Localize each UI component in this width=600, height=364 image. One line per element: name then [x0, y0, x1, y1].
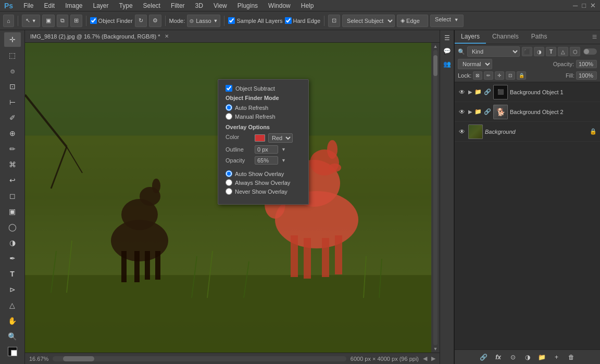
hard-edge-check[interactable]: Hard Edge: [285, 17, 321, 24]
tool-eyedropper[interactable]: ✐: [4, 110, 21, 125]
mode-select[interactable]: ⌾ Lasso ▼: [187, 15, 220, 27]
tool-hand[interactable]: ✋: [4, 313, 21, 328]
filter-adjust-btn[interactable]: ◑: [534, 47, 544, 56]
select-subject-select[interactable]: Select Subject: [342, 15, 395, 27]
always-show-radio[interactable]: [226, 179, 232, 186]
layer-item-background[interactable]: 👁 Background 🔒: [455, 122, 600, 142]
tool-pen[interactable]: ✒: [4, 251, 21, 266]
layers-menu-btn[interactable]: ≡: [592, 32, 597, 42]
object-finder-checkbox[interactable]: [90, 17, 97, 24]
manual-refresh-radio[interactable]: [226, 113, 232, 120]
select-tool-btn[interactable]: ↖ ▼: [22, 15, 40, 27]
tool-healing[interactable]: ⊕: [4, 126, 21, 141]
canvas-content[interactable]: Object Subtract Object Finder Mode Auto …: [25, 43, 440, 353]
object-finder-check[interactable]: Object Finder: [90, 17, 133, 24]
auto-show-option[interactable]: Auto Show Overlay: [226, 170, 301, 177]
canvas-scrollbar-h[interactable]: [53, 356, 346, 361]
lock-transparency-btn[interactable]: ⊠: [473, 71, 482, 80]
expand-2[interactable]: ▶: [468, 109, 472, 115]
stack-select-btn[interactable]: ⧉: [57, 15, 68, 27]
menu-filter[interactable]: Filter: [169, 2, 187, 9]
layers-icon-btn[interactable]: ☰: [441, 32, 453, 44]
refresh-btn[interactable]: ↻: [135, 15, 147, 27]
tool-dodge[interactable]: ◑: [4, 235, 21, 250]
auto-refresh-radio[interactable]: [226, 104, 232, 111]
manual-refresh-option[interactable]: Manual Refresh: [226, 113, 301, 120]
scroll-thumb-h[interactable]: [63, 356, 94, 361]
outline-dropdown[interactable]: ▼: [281, 147, 286, 152]
lock-paint-btn[interactable]: ✏: [484, 71, 493, 80]
minimize-btn[interactable]: ─: [573, 2, 578, 9]
adjustment-btn[interactable]: ◑: [522, 352, 533, 362]
lock-all-btn[interactable]: 🔒: [517, 71, 526, 80]
menu-plugins[interactable]: Plugins: [235, 2, 260, 9]
new-layer-btn[interactable]: +: [552, 352, 562, 362]
filter-type-btn[interactable]: T: [546, 47, 556, 56]
filter-pixel-btn[interactable]: ⬛: [522, 47, 532, 56]
menu-type[interactable]: Type: [117, 2, 135, 9]
tool-marquee[interactable]: ⬚: [4, 48, 21, 62]
background-color[interactable]: [11, 350, 17, 356]
tool-crop[interactable]: ⊢: [4, 95, 21, 109]
lock-artboard-btn[interactable]: ⊡: [506, 71, 515, 80]
opacity-input[interactable]: [255, 156, 278, 165]
home-btn[interactable]: ⌂: [3, 15, 14, 27]
visibility-toggle-2[interactable]: 👁: [458, 108, 466, 116]
menu-help[interactable]: Help: [299, 2, 316, 9]
add-mask-btn[interactable]: ⊙: [508, 352, 518, 362]
people-icon-btn[interactable]: 👥: [441, 58, 453, 70]
fill-input[interactable]: [576, 71, 597, 80]
tool-clone[interactable]: ⌘: [4, 157, 21, 172]
layer-item-bg-obj-1[interactable]: 👁 ▶ 📁 🔗 ⬛ Background Object 1: [455, 82, 600, 102]
tab-paths[interactable]: Paths: [525, 30, 554, 44]
edge-select-btn[interactable]: ◈ Edge: [397, 15, 428, 27]
outline-input[interactable]: [255, 145, 278, 154]
select-dropdown-btn[interactable]: Select ▼: [430, 15, 464, 27]
visibility-toggle-3[interactable]: 👁: [458, 128, 466, 136]
menu-view[interactable]: View: [211, 2, 229, 9]
right-arrow[interactable]: ▶: [431, 355, 435, 362]
tool-eraser[interactable]: ◻: [4, 189, 21, 203]
close-btn[interactable]: ✕: [590, 2, 596, 9]
blend-mode-select[interactable]: Normal: [458, 59, 492, 69]
tool-type[interactable]: T: [4, 267, 21, 281]
expand-1[interactable]: ▶: [468, 89, 472, 95]
tool-lasso[interactable]: ⌾: [4, 64, 21, 78]
menu-layer[interactable]: Layer: [91, 2, 111, 9]
object-subtract-checkbox[interactable]: [226, 85, 232, 92]
menu-window[interactable]: Window: [266, 2, 293, 9]
link-layers-btn[interactable]: 🔗: [479, 352, 489, 362]
tool-blur[interactable]: ◯: [4, 220, 21, 234]
opacity-input[interactable]: [576, 60, 597, 68]
canvas-scrollbar-v[interactable]: ▲ ▼: [431, 43, 440, 353]
scroll-up-btn[interactable]: ▲: [433, 44, 438, 49]
fullscreen-btn[interactable]: ⊡: [328, 15, 340, 27]
never-show-option[interactable]: Never Show Overlay: [226, 188, 301, 195]
hard-edge-checkbox[interactable]: [285, 17, 292, 24]
tool-path-select[interactable]: ⊳: [4, 282, 21, 297]
kind-filter-select[interactable]: Kind: [467, 46, 520, 57]
filter-shape-btn[interactable]: △: [558, 47, 568, 56]
fx-btn[interactable]: fx: [493, 352, 504, 362]
color-select[interactable]: Red: [268, 133, 293, 143]
rect-select-btn[interactable]: ▣: [42, 15, 55, 27]
color-swatch[interactable]: [255, 134, 265, 142]
menu-3d[interactable]: 3D: [193, 2, 205, 9]
move-select-btn[interactable]: ⊞: [70, 15, 82, 27]
settings-btn[interactable]: ⚙: [149, 15, 161, 27]
tool-zoom[interactable]: 🔍: [4, 329, 21, 344]
filter-toggle[interactable]: [583, 48, 597, 55]
auto-show-radio[interactable]: [226, 170, 232, 177]
tab-channels[interactable]: Channels: [486, 30, 525, 44]
layer-item-bg-obj-2[interactable]: 👁 ▶ 📁 🔗 🐕 Background Object 2: [455, 102, 600, 122]
tool-shape[interactable]: △: [4, 298, 21, 312]
tab-layers[interactable]: Layers: [455, 30, 486, 44]
menu-edit[interactable]: Edit: [42, 2, 57, 9]
auto-refresh-option[interactable]: Auto Refresh: [226, 104, 301, 111]
tool-brush[interactable]: ✏: [4, 142, 21, 156]
opacity-dropdown[interactable]: ▼: [281, 158, 286, 163]
lock-transform-btn[interactable]: ✛: [495, 71, 504, 80]
tool-history[interactable]: ↩: [4, 173, 21, 187]
foreground-color[interactable]: [8, 347, 17, 356]
menu-file[interactable]: File: [21, 2, 35, 9]
